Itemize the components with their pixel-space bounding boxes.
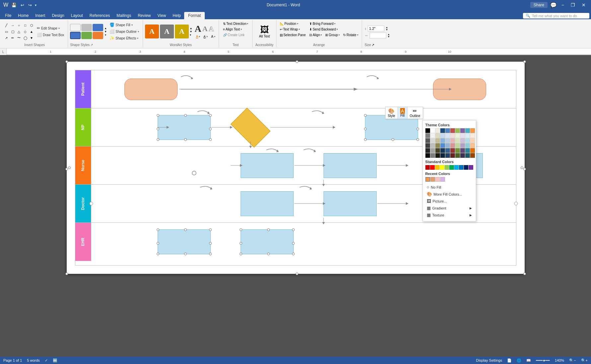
doctor-rect-2[interactable] (324, 191, 377, 216)
tab-layout[interactable]: Layout (68, 12, 86, 19)
recent-color-3[interactable] (435, 177, 440, 182)
color-swatch[interactable] (455, 133, 460, 138)
qat-customize-btn[interactable]: ▾ (35, 3, 37, 7)
color-swatch[interactable] (430, 133, 435, 138)
height-up-btn[interactable]: ▲ (386, 26, 388, 29)
color-swatch-std[interactable] (445, 165, 449, 170)
page-selection-handle-bc[interactable] (296, 273, 298, 275)
color-swatch[interactable] (470, 133, 475, 138)
create-link-button[interactable]: 🔗 Create Link (222, 32, 250, 37)
color-swatch[interactable] (470, 128, 475, 133)
recent-color-4[interactable] (440, 177, 445, 182)
color-swatch[interactable] (435, 133, 440, 138)
shapes-scroll-icon[interactable]: ▼ (29, 36, 35, 40)
color-swatch[interactable] (460, 143, 465, 148)
shape-styles-expand-icon[interactable]: ↗ (90, 43, 93, 47)
shape-rect-icon[interactable]: □ (22, 24, 28, 27)
color-swatch[interactable] (445, 153, 450, 158)
wordart-expand[interactable]: ▾ (190, 33, 192, 36)
shape-tri-icon[interactable]: △ (16, 30, 22, 33)
shape-freeform-icon[interactable]: 〜 (16, 35, 22, 40)
color-swatch[interactable] (445, 143, 450, 148)
send-backward-button[interactable]: ⬇ Send Backward ▾ (308, 27, 360, 32)
color-swatch[interactable] (460, 133, 465, 138)
color-swatch[interactable] (470, 138, 475, 143)
color-swatch[interactable] (430, 138, 435, 143)
restore-btn[interactable]: ❐ (569, 2, 577, 8)
height-down-btn[interactable]: ▼ (386, 29, 388, 31)
color-swatch[interactable] (455, 138, 460, 143)
color-swatch[interactable] (425, 138, 430, 143)
color-swatch[interactable] (450, 143, 455, 148)
color-swatch[interactable] (465, 153, 470, 158)
color-swatch[interactable] (455, 148, 460, 153)
shape-arrow-icon[interactable]: → (10, 24, 16, 27)
color-swatch[interactable] (450, 148, 455, 153)
tab-format[interactable]: Format (184, 12, 205, 19)
page-selection-handle-tl[interactable] (65, 60, 68, 63)
color-picker-popup[interactable]: Theme Colors (422, 120, 476, 221)
text-direction-button[interactable]: ⇅ Text Direction ▾ (222, 21, 250, 26)
align-text-button[interactable]: ≡ Align Text ▾ (222, 27, 250, 32)
color-swatch[interactable] (465, 143, 470, 148)
page-selection-handle-tc[interactable] (296, 60, 298, 63)
color-swatch[interactable] (445, 148, 450, 153)
shape-lasso-icon[interactable]: ◯ (22, 36, 28, 40)
mini-style-btn[interactable]: 🎨 Style (386, 107, 398, 119)
width-up-btn[interactable]: ▲ (388, 33, 390, 35)
shape-circle-icon[interactable]: ○ (16, 24, 22, 27)
color-swatch[interactable] (440, 128, 445, 133)
shape-mini-toolbar[interactable]: 🎨 Style A Fill ✏ Outline (385, 107, 423, 119)
color-swatch[interactable] (470, 148, 475, 153)
shape-line-icon[interactable]: ╱ (3, 24, 9, 27)
shape-diam-icon[interactable]: ◇ (22, 30, 28, 33)
ehr-rect-1[interactable] (158, 229, 211, 254)
color-swatch[interactable] (455, 153, 460, 158)
shape-rnd-icon[interactable]: ▢ (10, 30, 16, 33)
text-effects-btn[interactable]: A ▾ (210, 34, 217, 39)
no-fill-option[interactable]: ○ No Fill (425, 184, 473, 191)
wordart-scroll-down[interactable]: ▼ (190, 30, 192, 33)
doctor-rect-1[interactable] (241, 191, 294, 216)
color-swatch[interactable] (460, 128, 465, 133)
page-selection-handle-mr[interactable] (523, 168, 526, 170)
color-swatch[interactable] (455, 143, 460, 148)
page-selection-handle-br[interactable] (523, 273, 526, 275)
color-swatch[interactable] (450, 138, 455, 143)
color-swatch[interactable] (470, 153, 475, 158)
mini-outline-btn[interactable]: ✏ Outline (407, 107, 423, 119)
color-swatch[interactable] (435, 128, 440, 133)
color-swatch[interactable] (445, 133, 450, 138)
color-swatch-std[interactable] (459, 165, 464, 170)
text-outline-btn[interactable]: A̲ ▾ (202, 34, 209, 39)
color-swatch[interactable] (440, 148, 445, 153)
color-swatch[interactable] (470, 143, 475, 148)
color-swatch[interactable] (430, 148, 435, 153)
color-swatch[interactable] (435, 148, 440, 153)
texture-option[interactable]: ▦ Texture ▶ (425, 212, 473, 218)
color-swatch[interactable] (465, 128, 470, 133)
tab-insert[interactable]: Insert (32, 12, 48, 19)
selection-pane-button[interactable]: ▤ Selection Pane (278, 32, 307, 37)
mini-fill-btn[interactable]: A Fill (398, 107, 407, 119)
color-swatch[interactable] (450, 128, 455, 133)
color-swatch-std[interactable] (449, 165, 454, 170)
shape-bend-icon[interactable]: ↗ (3, 36, 9, 40)
qat-undo-btn[interactable]: ↩ (20, 2, 25, 8)
color-swatch[interactable] (440, 153, 445, 158)
shape-more-icon[interactable]: ⬡ (29, 24, 35, 27)
color-swatch[interactable] (440, 138, 445, 143)
recent-color-2[interactable] (430, 177, 435, 182)
color-swatch[interactable] (465, 133, 470, 138)
share-button[interactable]: Share (530, 2, 548, 8)
color-swatch-std[interactable] (454, 165, 459, 170)
color-swatch[interactable] (465, 138, 470, 143)
bring-forward-button[interactable]: ⬆ Bring Forward ▾ (308, 21, 360, 26)
tab-mailings[interactable]: Mailings (113, 12, 134, 19)
wordart-box-1[interactable]: A (145, 25, 159, 38)
edit-shape-button[interactable]: ✏ Edit Shape ▾ (35, 25, 66, 31)
rotate-button[interactable]: ↻ Rotate ▾ (342, 32, 359, 37)
color-swatch[interactable] (460, 153, 465, 158)
tab-references[interactable]: References (86, 12, 113, 19)
color-swatch-std[interactable] (464, 165, 469, 170)
